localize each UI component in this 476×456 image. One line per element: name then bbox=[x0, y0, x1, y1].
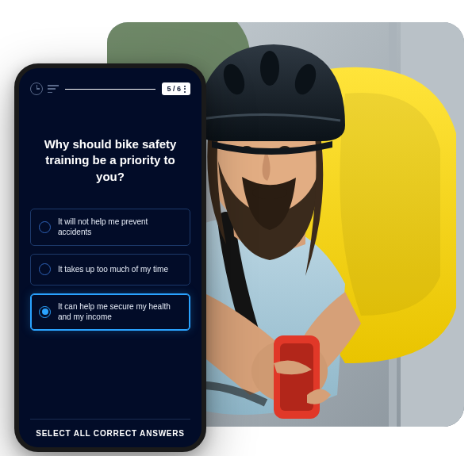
quiz-options: It will not help me prevent accidents It… bbox=[30, 209, 190, 331]
quiz-header: 5 / 6 bbox=[30, 79, 190, 98]
progress-counter-text: 5 / 6 bbox=[167, 85, 181, 93]
svg-point-9 bbox=[260, 51, 279, 86]
quiz-question: Why should bike safety training be a pri… bbox=[30, 136, 190, 185]
quiz-option-label: It can help me secure my health and my i… bbox=[58, 301, 182, 323]
quiz-option-2[interactable]: It can help me secure my health and my i… bbox=[30, 293, 190, 331]
quiz-option-label: It takes up too much of my time bbox=[58, 264, 168, 275]
radio-icon bbox=[39, 221, 51, 233]
progress-track bbox=[65, 89, 155, 90]
radio-icon bbox=[39, 306, 51, 318]
progress-counter-pill: 5 / 6 bbox=[162, 82, 190, 95]
more-icon[interactable] bbox=[184, 86, 186, 93]
svg-point-5 bbox=[252, 186, 287, 199]
menu-icon[interactable] bbox=[48, 85, 59, 93]
quiz-footer-hint: SELECT ALL CORRECT ANSWERS bbox=[30, 419, 190, 438]
quiz-option-0[interactable]: It will not help me prevent accidents bbox=[30, 209, 190, 246]
quiz-option-label: It will not help me prevent accidents bbox=[58, 217, 182, 238]
quiz-option-1[interactable]: It takes up too much of my time bbox=[30, 254, 190, 285]
phone-mockup: 5 / 6 Why should bike safety training be… bbox=[14, 63, 206, 452]
radio-icon bbox=[39, 263, 51, 275]
timer-icon bbox=[30, 82, 43, 95]
